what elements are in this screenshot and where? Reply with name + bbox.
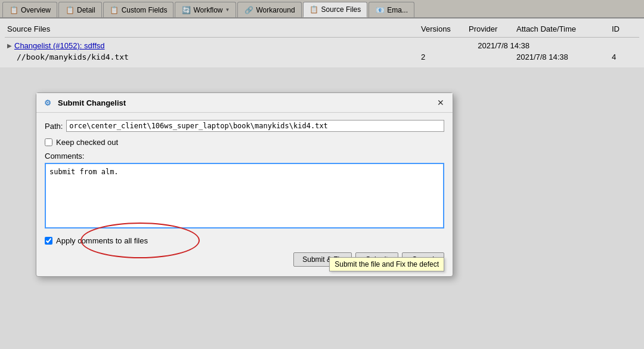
comments-label: Comments:	[45, 152, 444, 160]
keep-checked-out-checkbox[interactable]	[45, 138, 52, 146]
apply-comments-checkbox[interactable]	[45, 237, 52, 245]
dialog-title-left: ⚙ Submit Changelist	[42, 97, 126, 108]
dialog-close-button[interactable]: ✕	[435, 97, 447, 109]
keep-checked-out-row: Keep checked out	[45, 138, 444, 147]
comments-textarea[interactable]: submit from alm.	[45, 163, 444, 228]
dialog-title: Submit Changelist	[58, 98, 126, 107]
dialog-body: Path: Keep checked out Comments: submit …	[36, 113, 453, 276]
dialog-title-bar: ⚙ Submit Changelist ✕	[36, 93, 453, 113]
dialog-gear-icon: ⚙	[42, 97, 53, 108]
submit-fix-tooltip: Submit the file and Fix the defect	[329, 257, 444, 271]
submit-changelist-dialog: ⚙ Submit Changelist ✕ Path: Keep checked…	[36, 92, 453, 277]
path-row: Path:	[45, 120, 444, 132]
dialog-buttons: Submit & Fix Submit Cancel Submit the fi…	[45, 252, 444, 269]
keep-checked-out-label: Keep checked out	[56, 138, 118, 147]
path-input[interactable]	[66, 120, 444, 132]
apply-comments-label: Apply comments to all files	[56, 236, 148, 245]
apply-comments-row: Apply comments to all files	[45, 236, 444, 245]
path-label: Path:	[45, 122, 63, 131]
